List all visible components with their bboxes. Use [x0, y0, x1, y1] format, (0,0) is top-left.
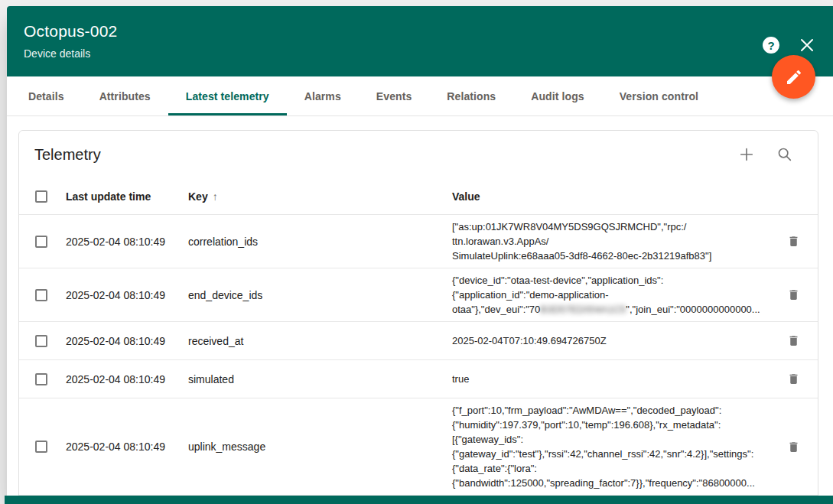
table-row[interactable]: 2025-02-04 08:10:49 correlation_ids ["as… — [19, 215, 818, 268]
tab-alarms[interactable]: Alarms — [287, 76, 359, 115]
table-row[interactable]: 2025-02-04 08:10:49 uplink_message {"f_p… — [19, 398, 818, 496]
add-telemetry-button[interactable] — [737, 145, 757, 164]
trash-icon — [787, 441, 800, 454]
table-row[interactable]: 2025-02-04 08:10:49 simulated true — [19, 360, 818, 398]
row-checkbox[interactable] — [35, 441, 47, 453]
tab-audit-logs[interactable]: Audit logs — [513, 76, 601, 115]
device-details-dialog: Octopus-002 Device details ? DetailsAttr… — [7, 6, 833, 496]
plus-icon — [738, 146, 755, 163]
dialog-subtitle: Device details — [24, 47, 833, 60]
delete-telemetry-button[interactable] — [784, 369, 803, 389]
tab-relations[interactable]: Relations — [429, 76, 513, 115]
telemetry-title: Telemetry — [34, 146, 718, 164]
select-all-checkbox[interactable] — [35, 190, 47, 203]
delete-telemetry-button[interactable] — [784, 285, 803, 304]
search-icon — [776, 146, 793, 163]
sort-ascending-icon: ↑ — [213, 190, 218, 203]
trash-icon — [787, 235, 800, 248]
delete-telemetry-button[interactable] — [784, 331, 803, 350]
column-header-value: Value — [452, 190, 769, 203]
row-checkbox[interactable] — [35, 373, 47, 385]
cell-last-update-time: 2025-02-04 08:10:49 — [66, 236, 188, 248]
cell-last-update-time: 2025-02-04 08:10:49 — [66, 373, 188, 385]
delete-telemetry-button[interactable] — [784, 232, 803, 251]
redacted-text: B3D57ED004A1C5 — [540, 304, 626, 315]
column-label: Last update time — [66, 190, 151, 203]
column-header-key[interactable]: Key ↑ — [188, 190, 452, 203]
cell-key: correlation_ids — [188, 236, 452, 248]
cell-last-update-time: 2025-02-04 08:10:49 — [66, 441, 188, 453]
cell-value: {"f_port":10,"frm_payload":"AwMDAw==","d… — [452, 398, 769, 495]
table-header-row: Last update time Key ↑ Value — [19, 178, 818, 215]
search-button[interactable] — [775, 145, 795, 164]
telemetry-card: Telemetry Last update time Key ↑ — [18, 130, 818, 496]
cell-value: true — [452, 367, 769, 391]
close-icon[interactable] — [799, 37, 815, 53]
device-title: Octopus-002 — [24, 22, 833, 41]
delete-telemetry-button[interactable] — [784, 437, 803, 457]
column-header-last-update-time[interactable]: Last update time — [66, 190, 188, 203]
cell-key: received_at — [188, 335, 452, 347]
cell-value: ["as:up:01JK7WR8V04MY5DS9GQSJRMCHD","rpc… — [452, 215, 769, 268]
tab-latest-telemetry[interactable]: Latest telemetry — [168, 76, 287, 115]
cell-key: uplink_message — [188, 441, 452, 453]
help-icon[interactable]: ? — [763, 37, 779, 54]
row-checkbox[interactable] — [35, 289, 47, 301]
tab-details[interactable]: Details — [11, 76, 82, 115]
cell-value: {"device_id":"otaa-test-device","applica… — [452, 268, 769, 321]
pencil-icon — [785, 68, 803, 86]
cell-value: 2025-02-04T07:10:49.694726750Z — [452, 329, 769, 353]
cell-key: end_device_ids — [188, 289, 452, 301]
trash-icon — [787, 334, 800, 347]
background-app-bar — [5, 496, 833, 504]
dialog-header: Octopus-002 Device details ? — [7, 6, 833, 76]
cell-last-update-time: 2025-02-04 08:10:49 — [66, 289, 188, 301]
tabs-bar: DetailsAttributesLatest telemetryAlarmsE… — [7, 76, 833, 116]
cell-key: simulated — [188, 373, 452, 385]
table-row[interactable]: 2025-02-04 08:10:49 end_device_ids {"dev… — [19, 268, 818, 322]
tab-attributes[interactable]: Attributes — [82, 76, 168, 115]
tab-version-control[interactable]: Version control — [602, 76, 716, 115]
cell-last-update-time: 2025-02-04 08:10:49 — [66, 335, 188, 347]
table-row[interactable]: 2025-02-04 08:10:49 received_at 2025-02-… — [19, 322, 818, 360]
column-label: Key — [188, 190, 208, 203]
row-checkbox[interactable] — [35, 335, 47, 347]
row-checkbox[interactable] — [35, 236, 47, 248]
trash-icon — [787, 288, 800, 301]
column-label: Value — [452, 190, 480, 203]
edit-fab-button[interactable] — [772, 55, 815, 99]
trash-icon — [787, 372, 800, 385]
telemetry-rows: 2025-02-04 08:10:49 correlation_ids ["as… — [19, 215, 818, 496]
tab-events[interactable]: Events — [359, 76, 430, 115]
